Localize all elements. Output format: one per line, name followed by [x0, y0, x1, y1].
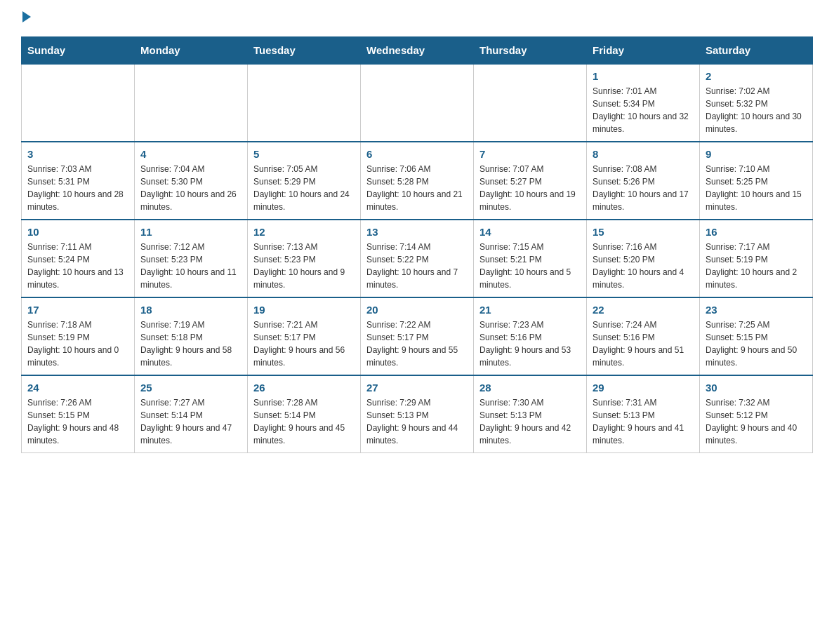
day-number: 1 [593, 70, 694, 82]
weekday-header-saturday: Saturday [700, 37, 813, 65]
logo-text [21, 14, 31, 22]
calendar-cell: 29Sunrise: 7:31 AM Sunset: 5:13 PM Dayli… [587, 375, 700, 453]
day-info: Sunrise: 7:14 AM Sunset: 5:22 PM Dayligh… [366, 241, 468, 291]
week-row-3: 10Sunrise: 7:11 AM Sunset: 5:24 PM Dayli… [22, 220, 813, 297]
day-info: Sunrise: 7:01 AM Sunset: 5:34 PM Dayligh… [593, 85, 694, 135]
day-number: 27 [366, 382, 468, 394]
calendar-cell: 28Sunrise: 7:30 AM Sunset: 5:13 PM Dayli… [474, 375, 587, 453]
calendar-cell [135, 64, 248, 142]
calendar-cell: 12Sunrise: 7:13 AM Sunset: 5:23 PM Dayli… [248, 220, 361, 297]
calendar-cell: 23Sunrise: 7:25 AM Sunset: 5:15 PM Dayli… [700, 297, 813, 375]
day-info: Sunrise: 7:17 AM Sunset: 5:19 PM Dayligh… [706, 241, 807, 291]
day-info: Sunrise: 7:29 AM Sunset: 5:13 PM Dayligh… [366, 396, 468, 447]
week-row-1: 1Sunrise: 7:01 AM Sunset: 5:34 PM Daylig… [22, 64, 813, 142]
day-number: 11 [140, 226, 241, 238]
weekday-header-thursday: Thursday [474, 37, 587, 65]
week-row-2: 3Sunrise: 7:03 AM Sunset: 5:31 PM Daylig… [22, 142, 813, 220]
day-info: Sunrise: 7:26 AM Sunset: 5:15 PM Dayligh… [27, 396, 128, 447]
calendar-cell: 3Sunrise: 7:03 AM Sunset: 5:31 PM Daylig… [22, 142, 135, 220]
calendar-table: SundayMondayTuesdayWednesdayThursdayFrid… [21, 36, 813, 453]
calendar-cell: 10Sunrise: 7:11 AM Sunset: 5:24 PM Dayli… [22, 220, 135, 297]
calendar-cell: 26Sunrise: 7:28 AM Sunset: 5:14 PM Dayli… [248, 375, 361, 453]
calendar-cell: 17Sunrise: 7:18 AM Sunset: 5:19 PM Dayli… [22, 297, 135, 375]
calendar-cell: 7Sunrise: 7:07 AM Sunset: 5:27 PM Daylig… [474, 142, 587, 220]
weekday-header-sunday: Sunday [22, 37, 135, 65]
week-row-5: 24Sunrise: 7:26 AM Sunset: 5:15 PM Dayli… [22, 375, 813, 453]
calendar-cell: 11Sunrise: 7:12 AM Sunset: 5:23 PM Dayli… [135, 220, 248, 297]
day-number: 4 [140, 148, 241, 160]
weekday-header-friday: Friday [587, 37, 700, 65]
day-info: Sunrise: 7:10 AM Sunset: 5:25 PM Dayligh… [706, 163, 807, 213]
calendar-cell: 8Sunrise: 7:08 AM Sunset: 5:26 PM Daylig… [587, 142, 700, 220]
day-number: 3 [27, 148, 128, 160]
day-info: Sunrise: 7:25 AM Sunset: 5:15 PM Dayligh… [706, 318, 807, 369]
calendar-cell: 2Sunrise: 7:02 AM Sunset: 5:32 PM Daylig… [700, 64, 813, 142]
day-info: Sunrise: 7:32 AM Sunset: 5:12 PM Dayligh… [706, 396, 807, 447]
day-info: Sunrise: 7:19 AM Sunset: 5:18 PM Dayligh… [140, 318, 241, 369]
day-number: 22 [593, 304, 694, 316]
weekday-header-tuesday: Tuesday [248, 37, 361, 65]
calendar-cell: 14Sunrise: 7:15 AM Sunset: 5:21 PM Dayli… [474, 220, 587, 297]
calendar-cell: 19Sunrise: 7:21 AM Sunset: 5:17 PM Dayli… [248, 297, 361, 375]
calendar-cell: 20Sunrise: 7:22 AM Sunset: 5:17 PM Dayli… [361, 297, 474, 375]
calendar-cell: 5Sunrise: 7:05 AM Sunset: 5:29 PM Daylig… [248, 142, 361, 220]
day-info: Sunrise: 7:03 AM Sunset: 5:31 PM Dayligh… [27, 163, 128, 213]
page-header: Blue [21, 14, 813, 22]
day-info: Sunrise: 7:22 AM Sunset: 5:17 PM Dayligh… [366, 318, 468, 369]
day-info: Sunrise: 7:30 AM Sunset: 5:13 PM Dayligh… [479, 396, 581, 447]
day-info: Sunrise: 7:02 AM Sunset: 5:32 PM Dayligh… [706, 85, 807, 135]
day-number: 9 [706, 148, 807, 160]
calendar-cell: 21Sunrise: 7:23 AM Sunset: 5:16 PM Dayli… [474, 297, 587, 375]
calendar-cell: 18Sunrise: 7:19 AM Sunset: 5:18 PM Dayli… [135, 297, 248, 375]
day-number: 16 [706, 226, 807, 238]
calendar-cell: 4Sunrise: 7:04 AM Sunset: 5:30 PM Daylig… [135, 142, 248, 220]
calendar-cell [361, 64, 474, 142]
day-number: 20 [366, 304, 468, 316]
day-info: Sunrise: 7:18 AM Sunset: 5:19 PM Dayligh… [27, 318, 128, 369]
calendar-cell: 27Sunrise: 7:29 AM Sunset: 5:13 PM Dayli… [361, 375, 474, 453]
day-info: Sunrise: 7:23 AM Sunset: 5:16 PM Dayligh… [479, 318, 581, 369]
day-number: 7 [479, 148, 581, 160]
day-info: Sunrise: 7:07 AM Sunset: 5:27 PM Dayligh… [479, 163, 581, 213]
day-number: 5 [253, 148, 355, 160]
day-info: Sunrise: 7:06 AM Sunset: 5:28 PM Dayligh… [366, 163, 468, 213]
day-info: Sunrise: 7:31 AM Sunset: 5:13 PM Dayligh… [593, 396, 694, 447]
day-info: Sunrise: 7:13 AM Sunset: 5:23 PM Dayligh… [253, 241, 355, 291]
day-number: 17 [27, 304, 128, 316]
day-info: Sunrise: 7:21 AM Sunset: 5:17 PM Dayligh… [253, 318, 355, 369]
day-info: Sunrise: 7:04 AM Sunset: 5:30 PM Dayligh… [140, 163, 241, 213]
day-info: Sunrise: 7:27 AM Sunset: 5:14 PM Dayligh… [140, 396, 241, 447]
calendar-cell: 16Sunrise: 7:17 AM Sunset: 5:19 PM Dayli… [700, 220, 813, 297]
day-number: 12 [253, 226, 355, 238]
day-number: 21 [479, 304, 581, 316]
day-number: 6 [366, 148, 468, 160]
logo: Blue [21, 14, 31, 22]
calendar-cell: 9Sunrise: 7:10 AM Sunset: 5:25 PM Daylig… [700, 142, 813, 220]
calendar-cell: 25Sunrise: 7:27 AM Sunset: 5:14 PM Dayli… [135, 375, 248, 453]
day-number: 26 [253, 382, 355, 394]
day-number: 18 [140, 304, 241, 316]
logo-arrow-icon [22, 11, 31, 22]
calendar-cell: 15Sunrise: 7:16 AM Sunset: 5:20 PM Dayli… [587, 220, 700, 297]
calendar-cell [22, 64, 135, 142]
day-number: 28 [479, 382, 581, 394]
calendar-cell: 13Sunrise: 7:14 AM Sunset: 5:22 PM Dayli… [361, 220, 474, 297]
weekday-header-row: SundayMondayTuesdayWednesdayThursdayFrid… [22, 37, 813, 65]
day-number: 29 [593, 382, 694, 394]
calendar-cell: 22Sunrise: 7:24 AM Sunset: 5:16 PM Dayli… [587, 297, 700, 375]
day-number: 2 [706, 70, 807, 82]
weekday-header-monday: Monday [135, 37, 248, 65]
day-info: Sunrise: 7:08 AM Sunset: 5:26 PM Dayligh… [593, 163, 694, 213]
week-row-4: 17Sunrise: 7:18 AM Sunset: 5:19 PM Dayli… [22, 297, 813, 375]
day-number: 10 [27, 226, 128, 238]
calendar-cell: 1Sunrise: 7:01 AM Sunset: 5:34 PM Daylig… [587, 64, 700, 142]
weekday-header-wednesday: Wednesday [361, 37, 474, 65]
day-info: Sunrise: 7:24 AM Sunset: 5:16 PM Dayligh… [593, 318, 694, 369]
day-number: 8 [593, 148, 694, 160]
day-number: 23 [706, 304, 807, 316]
calendar-cell: 30Sunrise: 7:32 AM Sunset: 5:12 PM Dayli… [700, 375, 813, 453]
day-info: Sunrise: 7:11 AM Sunset: 5:24 PM Dayligh… [27, 241, 128, 291]
day-info: Sunrise: 7:15 AM Sunset: 5:21 PM Dayligh… [479, 241, 581, 291]
day-number: 25 [140, 382, 241, 394]
day-number: 19 [253, 304, 355, 316]
